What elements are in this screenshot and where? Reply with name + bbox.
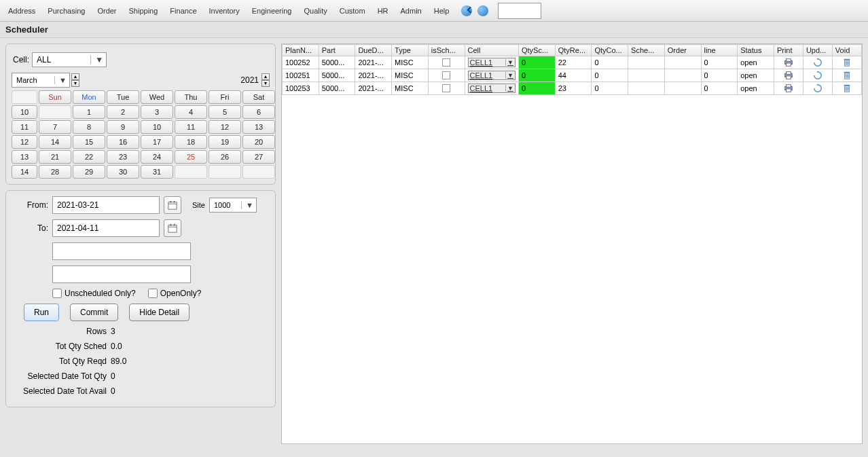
cal-day[interactable]: 17 — [141, 135, 173, 149]
spinner-up-icon[interactable]: ▲ — [261, 73, 270, 80]
grid-header[interactable]: QtyRe... — [555, 45, 592, 56]
grid-header[interactable]: line — [701, 45, 738, 56]
spinner-up-icon[interactable]: ▲ — [71, 73, 79, 80]
menu-hr[interactable]: HR — [372, 4, 394, 18]
run-button[interactable]: Run — [24, 304, 59, 321]
cal-day[interactable]: 30 — [107, 165, 139, 179]
from-input[interactable] — [52, 196, 160, 214]
grid-header[interactable]: QtySc... — [519, 45, 556, 56]
cal-day[interactable]: 6 — [242, 105, 275, 119]
update-button[interactable] — [803, 69, 832, 82]
menu-address[interactable]: Address — [3, 4, 41, 18]
grid-header[interactable]: isSch... — [428, 45, 465, 56]
grid-header[interactable]: PlanN... — [283, 45, 319, 56]
menu-finance[interactable]: Finance — [164, 4, 202, 18]
cal-day[interactable]: 22 — [73, 150, 105, 164]
menu-inventory[interactable]: Inventory — [204, 4, 245, 18]
is-sched-checkbox[interactable] — [442, 84, 450, 92]
table-row[interactable]: 1002525000...2021-...MISCCELL1▼02200open — [283, 56, 862, 69]
menu-purchasing[interactable]: Purchasing — [42, 4, 90, 18]
grid-header[interactable]: Print — [774, 45, 803, 56]
print-button[interactable] — [774, 82, 803, 95]
month-select[interactable]: March ▼ — [12, 73, 70, 88]
to-date-picker-button[interactable] — [164, 219, 181, 237]
grid-header[interactable]: DueD... — [355, 45, 392, 56]
cal-day[interactable]: 12 — [209, 120, 241, 134]
cal-day[interactable]: 23 — [107, 150, 139, 164]
grid-header[interactable]: Order — [664, 45, 701, 56]
open-only-checkbox[interactable] — [148, 289, 158, 298]
is-sched-checkbox[interactable] — [442, 71, 450, 79]
menu-custom[interactable]: Custom — [334, 4, 371, 18]
cal-day[interactable]: 24 — [141, 150, 173, 164]
search-input[interactable] — [498, 3, 541, 19]
grid-header[interactable]: Status — [738, 45, 774, 56]
table-row[interactable]: 1002515000...2021-...MISCCELL1▼04400open — [283, 69, 862, 82]
cal-day[interactable]: 2 — [107, 105, 139, 119]
is-sched-checkbox[interactable] — [442, 58, 450, 67]
cal-day[interactable]: 20 — [242, 135, 275, 149]
grid-header[interactable]: Upd... — [803, 45, 832, 56]
extra-input-2[interactable] — [52, 266, 191, 283]
cell-dropdown[interactable]: CELL1▼ — [468, 71, 516, 80]
cal-day[interactable]: 4 — [175, 105, 207, 119]
cal-week-number[interactable]: 10 — [12, 105, 37, 119]
nav-forward-icon[interactable] — [477, 5, 488, 16]
void-button[interactable] — [832, 69, 861, 82]
grid-header[interactable]: Sche... — [628, 45, 665, 56]
cal-week-number[interactable]: 11 — [12, 120, 37, 134]
menu-shipping[interactable]: Shipping — [124, 4, 164, 18]
month-spinner[interactable]: ▲ ▼ — [71, 73, 79, 87]
spinner-down-icon[interactable]: ▼ — [261, 80, 270, 87]
update-button[interactable] — [803, 56, 832, 69]
cell-dropdown[interactable]: CELL1▼ — [468, 58, 516, 67]
void-button[interactable] — [832, 82, 861, 95]
cal-day[interactable]: 3 — [141, 105, 173, 119]
cal-day[interactable]: 5 — [209, 105, 241, 119]
cal-day[interactable]: 10 — [141, 120, 173, 134]
menu-quality[interactable]: Quality — [298, 4, 332, 18]
cal-day[interactable]: 13 — [242, 120, 275, 134]
hide-detail-button[interactable]: Hide Detail — [129, 304, 189, 321]
cal-day[interactable]: 26 — [209, 150, 241, 164]
from-date-picker-button[interactable] — [164, 196, 181, 214]
cal-day[interactable]: 31 — [141, 165, 173, 179]
cell-dropdown[interactable]: CELL1▼ — [468, 84, 516, 93]
update-button[interactable] — [803, 82, 832, 95]
menu-admin[interactable]: Admin — [395, 4, 427, 18]
cal-day[interactable]: 14 — [39, 135, 71, 149]
cal-day[interactable]: 19 — [209, 135, 241, 149]
spinner-down-icon[interactable]: ▼ — [71, 80, 79, 87]
grid-header[interactable]: Part — [319, 45, 355, 56]
cal-day[interactable]: 16 — [107, 135, 139, 149]
cal-day[interactable]: 25 — [175, 150, 207, 164]
cell-select[interactable]: ALL ▼ — [32, 52, 107, 67]
grid-header[interactable]: QtyCo... — [592, 45, 628, 56]
cal-day[interactable]: 21 — [39, 150, 71, 164]
grid-header[interactable]: Cell — [465, 45, 518, 56]
cal-day[interactable]: 9 — [107, 120, 139, 134]
nav-back-icon[interactable] — [461, 5, 472, 16]
menu-help[interactable]: Help — [429, 4, 455, 18]
cal-week-number[interactable]: 13 — [12, 150, 37, 164]
unscheduled-only-checkbox[interactable] — [52, 289, 62, 298]
menu-order[interactable]: Order — [92, 4, 122, 18]
grid-header[interactable]: Type — [392, 45, 429, 56]
cal-day[interactable]: 7 — [39, 120, 71, 134]
print-button[interactable] — [774, 69, 803, 82]
extra-input-1[interactable] — [52, 242, 191, 260]
cal-day[interactable]: 1 — [73, 105, 105, 119]
cal-day[interactable]: 11 — [175, 120, 207, 134]
table-row[interactable]: 1002535000...2021-...MISCCELL1▼02300open — [283, 82, 862, 95]
grid-header[interactable]: Void — [832, 45, 861, 56]
year-spinner[interactable]: ▲ ▼ — [261, 73, 270, 87]
menu-engineering[interactable]: Engineering — [247, 4, 297, 18]
cal-day[interactable]: 29 — [73, 165, 105, 179]
cal-day[interactable]: 15 — [73, 135, 105, 149]
void-button[interactable] — [832, 56, 861, 69]
cal-week-number[interactable]: 12 — [12, 135, 37, 149]
cal-day[interactable]: 28 — [39, 165, 71, 179]
site-select[interactable]: 1000 ▼ — [209, 198, 257, 213]
cal-day[interactable]: 8 — [73, 120, 105, 134]
cal-day[interactable]: 27 — [242, 150, 275, 164]
